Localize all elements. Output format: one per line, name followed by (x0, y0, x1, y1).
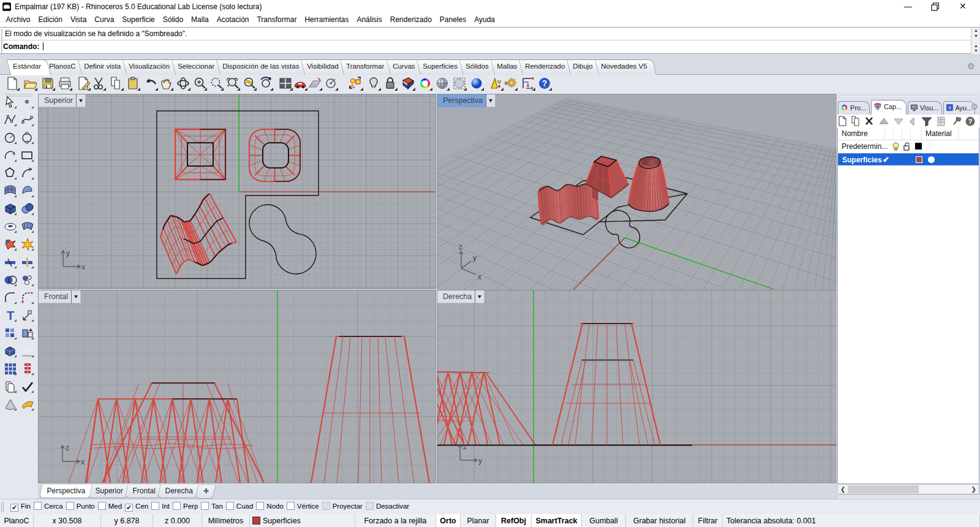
svg-text:y: y (66, 249, 70, 257)
svg-text:y: y (478, 457, 482, 465)
svg-text:z: z (66, 444, 69, 452)
svg-text:?: ? (968, 118, 973, 125)
svg-text:z: z (463, 442, 467, 451)
svg-text:T: T (7, 309, 14, 322)
svg-text:y: y (473, 254, 477, 262)
svg-text:x: x (81, 458, 85, 466)
svg-text:x: x (81, 263, 85, 271)
svg-text:z: z (459, 243, 462, 251)
svg-text:?: ? (948, 105, 951, 111)
svg-text:x: x (478, 273, 481, 281)
svg-text:?: ? (542, 78, 548, 88)
